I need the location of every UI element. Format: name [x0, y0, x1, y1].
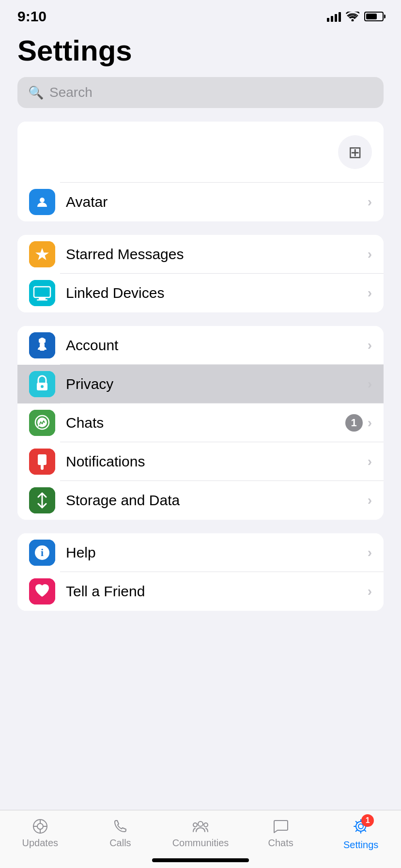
svg-point-29	[37, 823, 43, 829]
help-row[interactable]: i Help ›	[17, 533, 384, 572]
svg-point-15	[41, 385, 44, 388]
tab-settings[interactable]: 1 Settings	[321, 818, 401, 851]
tell-friend-icon	[29, 578, 55, 604]
help-section: i Help › Tell a Friend ›	[17, 533, 384, 611]
tab-communities[interactable]: Communities	[160, 818, 241, 849]
chats-tab-icon	[273, 818, 289, 835]
svg-rect-22	[41, 465, 44, 468]
avatar-row[interactable]: Avatar ›	[17, 183, 384, 221]
wifi-icon	[346, 12, 359, 21]
tab-settings-label: Settings	[343, 839, 378, 851]
svg-rect-20	[38, 454, 46, 465]
chats-row[interactable]: Chats 1 ›	[17, 403, 384, 442]
notifications-icon	[29, 449, 55, 475]
tab-chats[interactable]: Chats	[241, 818, 321, 849]
qr-button[interactable]: ⊞	[338, 135, 372, 169]
chats-chevron: ›	[368, 415, 372, 431]
linked-devices-label: Linked Devices	[66, 285, 368, 301]
qr-icon: ⊞	[348, 142, 362, 162]
calls-icon	[112, 818, 128, 835]
avatar-label: Avatar	[66, 194, 368, 210]
account-section: Account › Privacy ›	[17, 326, 384, 520]
search-placeholder: Search	[49, 85, 93, 100]
svg-rect-5	[29, 280, 55, 306]
tell-friend-chevron: ›	[368, 584, 372, 599]
svg-point-0	[352, 19, 354, 22]
chats-badge: 1	[345, 414, 363, 432]
home-indicator	[152, 858, 249, 862]
help-label: Help	[66, 544, 368, 561]
svg-point-35	[193, 823, 197, 827]
storage-label: Storage and Data	[66, 492, 368, 509]
linked-devices-icon	[29, 280, 55, 306]
starred-messages-icon	[29, 241, 55, 267]
linked-devices-chevron: ›	[368, 285, 372, 301]
privacy-chevron: ›	[368, 376, 372, 392]
svg-point-34	[198, 822, 203, 826]
tell-friend-row[interactable]: Tell a Friend ›	[17, 572, 384, 611]
tab-updates[interactable]: Updates	[0, 818, 80, 849]
tab-communities-label: Communities	[172, 837, 229, 849]
starred-messages-label: Starred Messages	[66, 246, 368, 263]
notifications-label: Notifications	[66, 453, 368, 470]
tab-chats-label: Chats	[268, 837, 293, 849]
account-label: Account	[66, 337, 368, 354]
status-bar: 9:10	[0, 0, 401, 29]
status-icons	[327, 11, 384, 22]
page-title: Settings	[0, 29, 401, 77]
chats-icon	[29, 410, 55, 436]
battery-icon	[364, 12, 384, 21]
updates-icon	[32, 818, 48, 835]
avatar-icon	[29, 189, 55, 215]
svg-point-18	[37, 418, 47, 427]
storage-icon	[29, 487, 55, 513]
linked-devices-row[interactable]: Linked Devices ›	[17, 274, 384, 312]
communities-icon	[191, 818, 210, 835]
profile-section: ⊞ Avatar ›	[17, 122, 384, 221]
tab-calls[interactable]: Calls	[80, 818, 161, 849]
svg-point-2	[40, 198, 45, 202]
status-time: 9:10	[17, 8, 46, 25]
search-bar[interactable]: 🔍 Search	[17, 77, 384, 108]
settings-icon-wrapper: 1	[353, 818, 369, 837]
chats-label: Chats	[66, 415, 345, 431]
privacy-label: Privacy	[66, 376, 368, 392]
tab-updates-label: Updates	[22, 837, 59, 849]
svg-text:i: i	[41, 546, 44, 558]
messages-section: Starred Messages › Linked Devices ›	[17, 235, 384, 312]
starred-messages-row[interactable]: Starred Messages ›	[17, 235, 384, 274]
help-chevron: ›	[368, 545, 372, 560]
privacy-icon	[29, 371, 55, 397]
notifications-row[interactable]: Notifications ›	[17, 442, 384, 481]
svg-rect-8	[37, 299, 47, 301]
avatar-chevron: ›	[368, 194, 372, 210]
tell-friend-label: Tell a Friend	[66, 583, 368, 600]
svg-rect-7	[39, 297, 46, 299]
starred-messages-chevron: ›	[368, 247, 372, 262]
notifications-chevron: ›	[368, 454, 372, 469]
privacy-row[interactable]: Privacy ›	[17, 365, 384, 403]
account-icon	[29, 332, 55, 358]
help-icon: i	[29, 540, 55, 566]
search-icon: 🔍	[28, 85, 44, 100]
account-chevron: ›	[368, 338, 372, 353]
storage-chevron: ›	[368, 493, 372, 508]
storage-row[interactable]: Storage and Data ›	[17, 481, 384, 520]
signal-icon	[327, 11, 341, 22]
profile-qr-row[interactable]: ⊞	[17, 122, 384, 183]
account-row[interactable]: Account ›	[17, 326, 384, 365]
settings-badge: 1	[361, 814, 374, 827]
svg-point-36	[204, 823, 208, 827]
tab-calls-label: Calls	[109, 837, 131, 849]
